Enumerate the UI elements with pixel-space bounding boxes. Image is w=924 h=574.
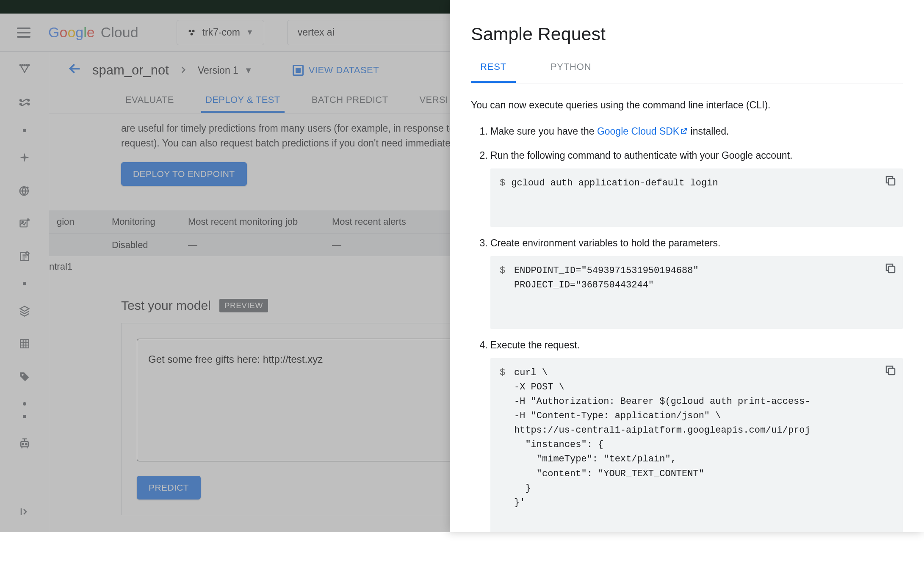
version-selector[interactable]: Version 1 ▼ xyxy=(198,65,253,76)
copy-icon[interactable] xyxy=(884,174,897,187)
model-name: spam_or_not xyxy=(92,63,169,78)
step-2: Run the following command to authenticat… xyxy=(490,148,903,227)
rail-separator-dot xyxy=(23,129,26,132)
col-region: gion xyxy=(49,216,104,227)
robot-icon[interactable] xyxy=(17,436,32,451)
svg-point-2 xyxy=(190,33,193,35)
copy-icon[interactable] xyxy=(884,262,897,275)
vertex-ai-icon[interactable] xyxy=(17,63,32,78)
col-monitoring: Monitoring xyxy=(104,216,180,227)
chevron-right-icon xyxy=(179,64,188,77)
expand-rail-icon[interactable] xyxy=(17,504,32,519)
svg-point-1 xyxy=(192,30,194,32)
tag-icon[interactable] xyxy=(17,369,32,384)
gcloud-sdk-link[interactable]: Google Cloud SDK xyxy=(597,126,688,137)
instruction-list: Make sure you have the Google Cloud SDK … xyxy=(471,124,903,532)
project-name: trk7-com xyxy=(202,27,240,38)
preview-badge: PREVIEW xyxy=(219,299,268,312)
back-arrow-icon[interactable] xyxy=(68,61,82,79)
svg-point-10 xyxy=(19,104,21,105)
tab-rest[interactable]: REST xyxy=(471,61,516,83)
view-dataset-label: VIEW DATASET xyxy=(309,65,379,76)
code-block-auth: $gcloud auth application-default login xyxy=(490,168,903,227)
tab-evaluate[interactable]: EVALUATE xyxy=(121,89,178,113)
svg-rect-21 xyxy=(888,179,895,185)
rail-separator-dot xyxy=(23,402,26,406)
svg-point-7 xyxy=(28,64,29,66)
chevron-down-icon: ▼ xyxy=(246,28,254,37)
step-4: Execute the request. $curl \ -X POST \ -… xyxy=(490,337,903,532)
panel-intro: You can now execute queries using the co… xyxy=(471,99,903,111)
rail-separator-dot xyxy=(23,282,26,285)
col-recent-job: Most recent monitoring job xyxy=(180,216,324,227)
grid-icon[interactable] xyxy=(17,336,32,351)
cloud-word: Cloud xyxy=(101,24,138,41)
version-label: Version 1 xyxy=(198,65,238,76)
sparkle-icon[interactable] xyxy=(17,150,32,165)
svg-point-4 xyxy=(22,64,23,66)
deploy-to-endpoint-button[interactable]: DEPLOY TO ENDPOINT xyxy=(121,162,247,186)
code-block-curl: $curl \ -X POST \ -H "Authorization: Bea… xyxy=(490,358,903,532)
svg-point-5 xyxy=(24,64,25,66)
svg-point-0 xyxy=(188,30,191,32)
svg-point-14 xyxy=(22,221,23,223)
external-link-icon xyxy=(680,127,688,135)
dataset-icon xyxy=(293,65,304,76)
panel-tabs: REST PYTHON xyxy=(471,61,903,83)
test-your-model-title: Test your model xyxy=(121,298,211,313)
workbench-icon[interactable] xyxy=(17,96,32,111)
svg-point-11 xyxy=(28,104,29,105)
hamburger-menu-icon[interactable] xyxy=(17,23,36,42)
tab-batch-predict[interactable]: BATCH PREDICT xyxy=(307,89,393,113)
svg-point-6 xyxy=(26,64,27,66)
google-cloud-logo[interactable]: Google Cloud xyxy=(48,24,138,41)
tab-version-details[interactable]: VERSI xyxy=(415,89,452,113)
sample-request-panel: Sample Request REST PYTHON You can now e… xyxy=(450,0,924,532)
step-1: Make sure you have the Google Cloud SDK … xyxy=(490,124,903,139)
layers-icon[interactable] xyxy=(17,303,32,318)
predict-button[interactable]: PREDICT xyxy=(137,476,201,499)
left-nav-rail xyxy=(0,52,49,532)
project-dots-icon xyxy=(187,28,196,37)
tab-python[interactable]: PYTHON xyxy=(541,61,600,83)
rail-separator-dot xyxy=(23,415,26,418)
col-recent-alerts: Most recent alerts xyxy=(324,216,451,227)
globe-sparkle-icon[interactable] xyxy=(17,183,32,198)
copy-icon[interactable] xyxy=(884,364,897,377)
chevron-down-icon: ▼ xyxy=(244,66,253,75)
svg-rect-23 xyxy=(888,368,895,375)
view-dataset-button[interactable]: VIEW DATASET xyxy=(293,65,379,76)
notes-icon[interactable] xyxy=(17,249,32,264)
svg-point-17 xyxy=(22,374,24,376)
image-out-icon[interactable] xyxy=(17,216,32,231)
svg-point-9 xyxy=(28,99,29,101)
svg-rect-16 xyxy=(20,339,29,348)
svg-point-3 xyxy=(19,64,21,66)
svg-point-8 xyxy=(19,99,21,101)
svg-point-19 xyxy=(22,444,23,445)
svg-point-20 xyxy=(25,444,27,445)
tab-deploy-test[interactable]: DEPLOY & TEST xyxy=(201,89,285,113)
code-block-env: $ENDPOINT_ID="5493971531950194688" PROJE… xyxy=(490,256,903,329)
step-3: Create environment variables to hold the… xyxy=(490,235,903,329)
panel-title: Sample Request xyxy=(471,24,903,44)
project-selector[interactable]: trk7-com ▼ xyxy=(177,20,264,45)
search-text: vertex ai xyxy=(298,27,335,38)
svg-rect-22 xyxy=(888,266,895,273)
